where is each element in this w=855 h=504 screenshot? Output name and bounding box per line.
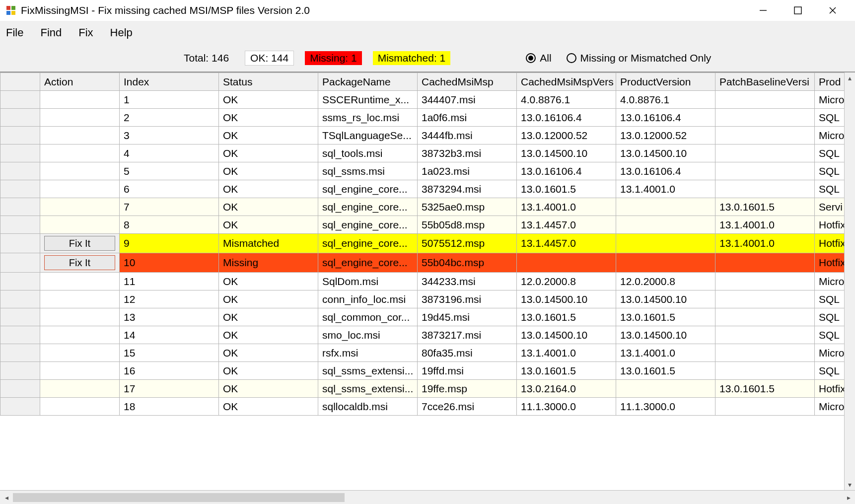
scroll-up-icon[interactable]: ▴ xyxy=(845,72,855,83)
table-row[interactable]: Fix It9Mismatchedsql_engine_core...50755… xyxy=(0,234,847,253)
cell-index[interactable]: 8 xyxy=(120,216,219,234)
col-prod[interactable]: Prod xyxy=(815,73,847,91)
table-row[interactable]: 5OKsql_ssms.msi1a023.msi13.0.16106.413.0… xyxy=(0,162,847,180)
cell-status[interactable]: OK xyxy=(219,290,318,308)
cell-cachedmsimsp[interactable]: 7cce26.msi xyxy=(418,398,517,416)
scroll-thumb[interactable] xyxy=(13,493,345,502)
cell-cachedmsimsp[interactable]: 5075512.msp xyxy=(418,234,517,253)
cell-cachedmsimsp[interactable]: 55b04bc.msp xyxy=(418,253,517,273)
cell-packagename[interactable]: SqlDom.msi xyxy=(318,273,418,290)
cell-patchbaselineversi[interactable] xyxy=(715,162,815,180)
row-header[interactable] xyxy=(0,109,40,127)
cell-index[interactable]: 9 xyxy=(120,234,219,253)
cell-cachedmsimsp[interactable]: 1a0f6.msi xyxy=(418,109,517,127)
cell-patchbaselineversi[interactable] xyxy=(715,109,815,127)
cell-productversion[interactable]: 13.1.4001.0 xyxy=(616,180,715,198)
col-productversion[interactable]: ProductVersion xyxy=(616,73,715,91)
table-row[interactable]: Fix It10Missingsql_engine_core...55b04bc… xyxy=(0,253,847,273)
col-action[interactable]: Action xyxy=(40,73,120,91)
cell-cachedmsimsp[interactable]: 5325ae0.msp xyxy=(418,198,517,216)
table-row[interactable]: 2OKssms_rs_loc.msi1a0f6.msi13.0.16106.41… xyxy=(0,109,847,127)
cell-cachedmsimsp[interactable]: 19ffe.msp xyxy=(418,380,517,398)
table-row[interactable]: 4OKsql_tools.msi38732b3.msi13.0.14500.10… xyxy=(0,144,847,162)
cell-index[interactable]: 2 xyxy=(120,109,219,127)
cell-patchbaselineversi[interactable] xyxy=(715,144,815,162)
cell-packagename[interactable]: smo_loc.msi xyxy=(318,326,418,344)
cell-index[interactable]: 11 xyxy=(120,273,219,290)
cell-index[interactable]: 5 xyxy=(120,162,219,180)
vertical-scrollbar[interactable]: ▴ ▾ xyxy=(844,72,855,490)
col-index[interactable]: Index xyxy=(120,73,219,91)
row-header[interactable] xyxy=(0,91,40,109)
cell-cachedmsimspvers[interactable]: 13.0.14500.10 xyxy=(517,326,616,344)
cell-cachedmsimspvers[interactable]: 13.0.1601.5 xyxy=(517,362,616,380)
cell-productversion[interactable] xyxy=(616,216,715,234)
cell-index[interactable]: 3 xyxy=(120,127,219,144)
row-header[interactable] xyxy=(0,344,40,362)
cell-patchbaselineversi[interactable] xyxy=(715,308,815,326)
row-header[interactable] xyxy=(0,398,40,416)
cell-cachedmsimspvers[interactable]: 13.1.4001.0 xyxy=(517,198,616,216)
cell-status[interactable]: OK xyxy=(219,380,318,398)
row-header[interactable] xyxy=(0,180,40,198)
cell-prod[interactable]: Micro xyxy=(815,91,847,109)
table-row[interactable]: 3OKTSqlLanguageSe...3444fb.msi13.0.12000… xyxy=(0,127,847,144)
cell-prod[interactable]: SQL xyxy=(815,290,847,308)
cell-index[interactable]: 4 xyxy=(120,144,219,162)
cell-index[interactable]: 1 xyxy=(120,91,219,109)
cell-prod[interactable]: Hotfix xyxy=(815,380,847,398)
cell-action[interactable]: Fix It xyxy=(40,234,120,253)
cell-index[interactable]: 13 xyxy=(120,308,219,326)
table-row[interactable]: 14OKsmo_loc.msi3873217.msi13.0.14500.101… xyxy=(0,326,847,344)
cell-cachedmsimspvers[interactable]: 13.0.14500.10 xyxy=(517,144,616,162)
cell-packagename[interactable]: sql_engine_core... xyxy=(318,253,418,273)
cell-productversion[interactable]: 11.1.3000.0 xyxy=(616,398,715,416)
cell-patchbaselineversi[interactable]: 13.1.4001.0 xyxy=(715,216,815,234)
cell-productversion[interactable] xyxy=(616,380,715,398)
cell-cachedmsimspvers[interactable]: 13.1.4001.0 xyxy=(517,344,616,362)
scroll-left-icon[interactable]: ◂ xyxy=(0,494,13,502)
cell-action[interactable]: Fix It xyxy=(40,253,120,273)
row-header[interactable] xyxy=(0,234,40,253)
table-row[interactable]: 15OKrsfx.msi80fa35.msi13.1.4001.013.1.40… xyxy=(0,344,847,362)
cell-patchbaselineversi[interactable] xyxy=(715,398,815,416)
cell-status[interactable]: OK xyxy=(219,198,318,216)
cell-status[interactable]: OK xyxy=(219,180,318,198)
minimize-button[interactable] xyxy=(757,4,770,17)
cell-packagename[interactable]: sqllocaldb.msi xyxy=(318,398,418,416)
cell-index[interactable]: 6 xyxy=(120,180,219,198)
row-header[interactable] xyxy=(0,362,40,380)
cell-status[interactable]: OK xyxy=(219,273,318,290)
cell-index[interactable]: 17 xyxy=(120,380,219,398)
cell-patchbaselineversi[interactable]: 13.0.1601.5 xyxy=(715,198,815,216)
table-row[interactable]: 1OKSSCERuntime_x...344407.msi4.0.8876.14… xyxy=(0,91,847,109)
table-row[interactable]: 11OKSqlDom.msi344233.msi12.0.2000.812.0.… xyxy=(0,273,847,290)
row-header[interactable] xyxy=(0,308,40,326)
cell-cachedmsimsp[interactable]: 38732b3.msi xyxy=(418,144,517,162)
cell-cachedmsimspvers[interactable]: 13.0.2164.0 xyxy=(517,380,616,398)
table-row[interactable]: 17OKsql_ssms_extensi...19ffe.msp13.0.216… xyxy=(0,380,847,398)
cell-cachedmsimspvers[interactable]: 12.0.2000.8 xyxy=(517,273,616,290)
cell-productversion[interactable]: 13.0.1601.5 xyxy=(616,308,715,326)
cell-cachedmsimsp[interactable]: 1a023.msi xyxy=(418,162,517,180)
cell-productversion[interactable]: 13.0.16106.4 xyxy=(616,109,715,127)
col-patchbaselineversi[interactable]: PatchBaselineVersi xyxy=(715,73,815,91)
cell-cachedmsimspvers[interactable]: 13.0.16106.4 xyxy=(517,109,616,127)
table-row[interactable]: 12OKconn_info_loc.msi3873196.msi13.0.145… xyxy=(0,290,847,308)
row-header[interactable] xyxy=(0,198,40,216)
cell-packagename[interactable]: sql_ssms_extensi... xyxy=(318,362,418,380)
cell-index[interactable]: 10 xyxy=(120,253,219,273)
cell-cachedmsimsp[interactable]: 344407.msi xyxy=(418,91,517,109)
cell-prod[interactable]: Servi xyxy=(815,198,847,216)
cell-patchbaselineversi[interactable] xyxy=(715,290,815,308)
cell-packagename[interactable]: sql_common_cor... xyxy=(318,308,418,326)
cell-prod[interactable]: SQL xyxy=(815,144,847,162)
menu-find[interactable]: Find xyxy=(40,26,62,39)
cell-patchbaselineversi[interactable] xyxy=(715,273,815,290)
table-row[interactable]: 7OKsql_engine_core...5325ae0.msp13.1.400… xyxy=(0,198,847,216)
fix-it-button[interactable]: Fix It xyxy=(44,255,115,270)
filter-all-radio[interactable]: All xyxy=(526,52,551,64)
cell-prod[interactable]: Hotfix xyxy=(815,253,847,273)
cell-prod[interactable]: SQL xyxy=(815,109,847,127)
cell-prod[interactable]: SQL xyxy=(815,162,847,180)
